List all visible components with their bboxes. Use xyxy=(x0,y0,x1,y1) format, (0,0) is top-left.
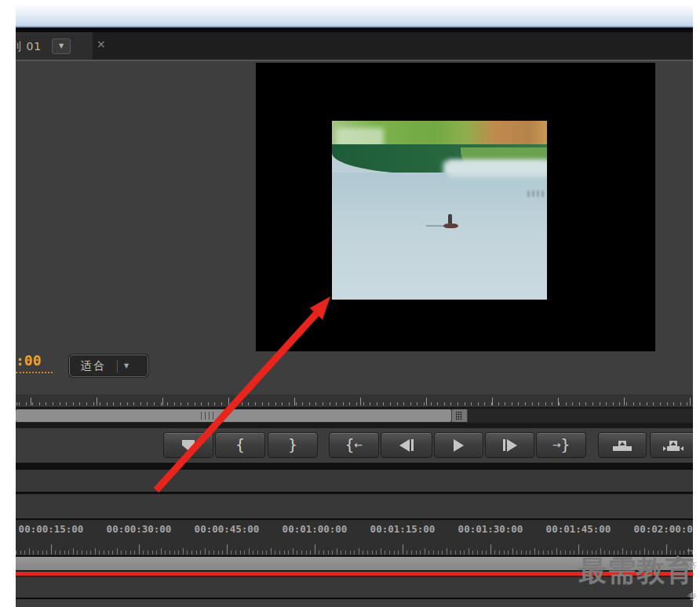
play-button[interactable] xyxy=(434,432,483,458)
tab-menu-button[interactable]: ▼ xyxy=(52,38,71,54)
scrollbar-end-handle[interactable] xyxy=(451,409,468,422)
go-to-in-icon: { xyxy=(345,438,354,453)
fit-dropdown[interactable]: 适合 ▼ xyxy=(69,354,148,377)
panel-tab-bar: 列 01 ▼ × xyxy=(16,32,693,60)
watermark-side-char: 济 xyxy=(687,560,697,573)
timecode-label: 00:00:30:00 xyxy=(107,523,172,535)
watermark-side-char: 专 xyxy=(687,591,697,604)
tab-close-button[interactable]: × xyxy=(97,38,106,49)
timecode-label: 00:01:45:00 xyxy=(546,523,611,535)
scrollbar-grip-icon xyxy=(201,412,213,420)
timecode-label: 00:01:30:00 xyxy=(458,523,523,535)
mark-out-button[interactable]: } xyxy=(268,432,318,458)
fit-dropdown-label: 适合 xyxy=(81,359,106,373)
video-faint-marks xyxy=(527,191,545,197)
video-frame xyxy=(332,121,547,300)
premiere-window: 列 01 ▼ × :00 适合 xyxy=(0,0,700,607)
chevron-down-icon: ▼ xyxy=(124,362,129,369)
separator xyxy=(16,463,693,470)
video-lake-water xyxy=(332,173,547,300)
chevron-down-icon: ▼ xyxy=(59,42,64,49)
monitor-zoom-scrollbar[interactable] xyxy=(16,409,693,423)
timeline-panel-top xyxy=(16,470,693,492)
step-forward-icon xyxy=(507,439,517,452)
transport-controls-bar: { } {← →} xyxy=(16,428,693,463)
handle-dots-icon xyxy=(456,412,462,420)
timeline-bottom-band xyxy=(16,599,693,607)
mark-in-icon: { xyxy=(235,438,244,453)
fit-dropdown-divider xyxy=(117,360,118,373)
left-arrow-icon: ← xyxy=(354,440,363,450)
extract-icon xyxy=(663,439,684,452)
timecode-label: 00:01:15:00 xyxy=(370,523,436,535)
step-back-button[interactable] xyxy=(381,432,432,458)
monitor-mini-ruler[interactable] xyxy=(16,394,693,407)
go-to-out-icon: } xyxy=(561,438,570,453)
video-boat xyxy=(443,224,458,228)
video-boat-paddle xyxy=(426,225,445,227)
window-titlebar xyxy=(16,5,693,26)
scrollbar-thumb[interactable] xyxy=(16,409,451,422)
video-viewer xyxy=(256,63,655,351)
sequence-tab-label: 列 01 xyxy=(16,38,50,54)
mini-ruler-major-ticks xyxy=(16,398,693,405)
timecode-label: 00:01:00:00 xyxy=(283,523,348,535)
step-forward-bar-icon xyxy=(503,439,505,451)
right-arrow-icon: → xyxy=(552,440,561,450)
go-to-in-button[interactable]: {← xyxy=(329,432,379,458)
add-marker-button[interactable] xyxy=(163,432,213,458)
separator xyxy=(16,423,693,428)
timecode-label: 00:00:15:00 xyxy=(19,523,84,535)
playhead-timecode[interactable]: :00 xyxy=(16,352,42,369)
mark-out-icon: } xyxy=(288,438,297,453)
watermark-text: 最需教育 xyxy=(578,552,695,591)
lift-icon xyxy=(612,439,633,452)
timeline-header-band xyxy=(16,494,693,518)
extract-button[interactable] xyxy=(650,432,693,458)
marker-icon xyxy=(182,440,195,451)
program-monitor-panel: :00 适合 ▼ xyxy=(16,61,693,423)
play-icon xyxy=(454,439,464,452)
lift-button[interactable] xyxy=(598,432,647,458)
watermark-mark: ™ xyxy=(686,548,694,557)
timecode-label: 00:00:45:00 xyxy=(195,523,260,535)
sequence-tab[interactable]: 列 01 ▼ xyxy=(16,32,93,60)
timecode-label: 00:02:00:00 xyxy=(634,523,693,535)
go-to-out-button[interactable]: →} xyxy=(536,432,586,458)
step-back-icon xyxy=(399,439,410,452)
step-back-bar-icon xyxy=(411,439,414,451)
timeline-time-ruler[interactable]: 00:00:15:0000:00:30:0000:00:45:0000:01:0… xyxy=(16,520,693,555)
mark-in-button[interactable]: { xyxy=(215,432,265,458)
video-water-glint2 xyxy=(448,160,547,176)
step-forward-button[interactable] xyxy=(485,432,534,458)
timecode-underline xyxy=(16,369,53,373)
